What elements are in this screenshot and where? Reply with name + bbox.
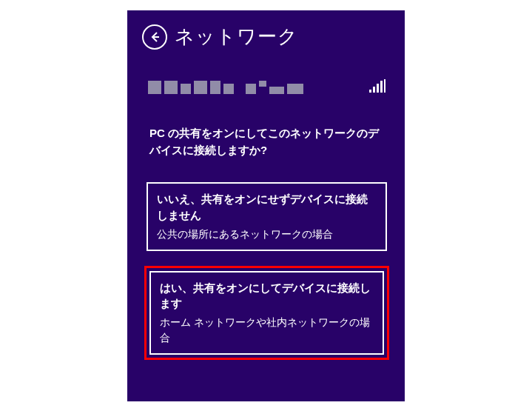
sharing-prompt: PC の共有をオンにしてこのネットワークのデバイスに接続しますか? xyxy=(149,125,385,158)
network-charm-panel: ネットワーク PC の共有をオンにしてこのネットワークのデバイスに接続します xyxy=(127,10,405,401)
options-group: いいえ、共有をオンにせずデバイスに接続しません 公共の場所にあるネットワークの場… xyxy=(142,182,390,360)
option-yes-sharing[interactable]: はい、共有をオンにしてデバイスに接続します ホーム ネットワークや社内ネットワー… xyxy=(149,271,384,355)
option-yes-subtitle: ホーム ネットワークや社内ネットワークの場合 xyxy=(160,315,374,346)
panel-header: ネットワーク xyxy=(142,24,390,50)
svg-rect-2 xyxy=(373,87,375,93)
network-ssid-redacted xyxy=(148,79,307,96)
panel-title: ネットワーク xyxy=(175,24,298,50)
back-button[interactable] xyxy=(142,24,167,50)
option-yes-highlight: はい、共有をオンにしてデバイスに接続します ホーム ネットワークや社内ネットワー… xyxy=(144,266,389,361)
svg-rect-1 xyxy=(369,90,371,93)
back-arrow-icon xyxy=(149,31,161,43)
option-yes-title: はい、共有をオンにしてデバイスに接続します xyxy=(160,280,374,313)
option-no-sharing[interactable]: いいえ、共有をオンにせずデバイスに接続しません 公共の場所にあるネットワークの場… xyxy=(147,182,387,251)
option-no-title: いいえ、共有をオンにせずデバイスに接続しません xyxy=(157,191,377,224)
option-no-subtitle: 公共の場所にあるネットワークの場合 xyxy=(157,227,377,242)
svg-rect-4 xyxy=(380,81,383,93)
svg-rect-3 xyxy=(377,84,379,93)
current-network-row[interactable] xyxy=(142,79,390,96)
wifi-signal-icon xyxy=(369,79,385,96)
svg-rect-5 xyxy=(384,79,385,93)
